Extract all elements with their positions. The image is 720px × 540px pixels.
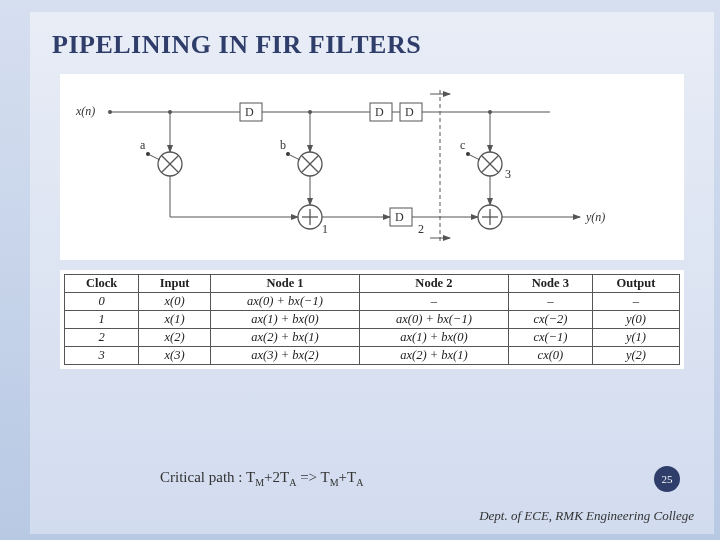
- table-cell: cx(−2): [508, 311, 592, 329]
- table-cell: x(1): [139, 311, 211, 329]
- table-cell: cx(0): [508, 347, 592, 365]
- critical-path-text: Critical path : TM+2TA => TM+TA: [160, 469, 363, 488]
- table-row: 0x(0)ax(0) + bx(−1)–––: [65, 293, 680, 311]
- svg-line-23: [288, 154, 300, 160]
- timing-table-panel: ClockInputNode 1Node 2Node 3Output 0x(0)…: [60, 270, 684, 369]
- svg-point-6: [168, 110, 172, 114]
- table-header: Node 2: [359, 275, 508, 293]
- table-header: Node 3: [508, 275, 592, 293]
- timing-table: ClockInputNode 1Node 2Node 3Output 0x(0)…: [64, 274, 680, 365]
- table-row: 1x(1)ax(1) + bx(0)ax(0) + bx(−1)cx(−2)y(…: [65, 311, 680, 329]
- delay-dpipe: D: [395, 210, 404, 225]
- table-header: Output: [592, 275, 679, 293]
- output-label: y(n): [586, 210, 605, 225]
- table-header: Node 1: [211, 275, 360, 293]
- table-cell: –: [592, 293, 679, 311]
- table-cell: ax(2) + bx(1): [211, 329, 360, 347]
- tap-b: b: [280, 138, 286, 153]
- table-cell: y(2): [592, 347, 679, 365]
- table-cell: x(2): [139, 329, 211, 347]
- delay-d1: D: [245, 105, 254, 120]
- page-number-badge: 25: [654, 466, 680, 492]
- diagram-panel: x(n) D D D D a b c 3 1 2 y(n): [60, 74, 684, 260]
- table-cell: ax(1) + bx(0): [359, 329, 508, 347]
- svg-line-21: [148, 154, 160, 160]
- table-cell: 1: [65, 311, 139, 329]
- table-row: 2x(2)ax(2) + bx(1)ax(1) + bx(0)cx(−1)y(1…: [65, 329, 680, 347]
- table-header: Input: [139, 275, 211, 293]
- svg-line-25: [468, 154, 480, 160]
- table-cell: 2: [65, 329, 139, 347]
- table-cell: y(1): [592, 329, 679, 347]
- table-cell: ax(0) + bx(−1): [211, 293, 360, 311]
- add1-label: 1: [322, 222, 328, 237]
- tap-a: a: [140, 138, 145, 153]
- page-title: PIPELINING IN FIR FILTERS: [30, 12, 714, 60]
- input-label: x(n): [76, 104, 95, 119]
- svg-point-8: [308, 110, 312, 114]
- table-cell: 3: [65, 347, 139, 365]
- table-cell: ax(0) + bx(−1): [359, 311, 508, 329]
- table-row: 3x(3)ax(3) + bx(2)ax(2) + bx(1)cx(0)y(2): [65, 347, 680, 365]
- delay-d2: D: [375, 105, 384, 120]
- add2-label: 2: [418, 222, 424, 237]
- tap-c: c: [460, 138, 465, 153]
- table-cell: –: [359, 293, 508, 311]
- table-cell: y(0): [592, 311, 679, 329]
- mult3-label: 3: [505, 167, 511, 182]
- table-cell: –: [508, 293, 592, 311]
- fir-pipeline-diagram: x(n) D D D D a b c 3 1 2 y(n): [70, 82, 674, 252]
- svg-point-1: [108, 110, 112, 114]
- table-cell: ax(1) + bx(0): [211, 311, 360, 329]
- table-cell: x(0): [139, 293, 211, 311]
- svg-point-10: [488, 110, 492, 114]
- table-cell: x(3): [139, 347, 211, 365]
- table-header: Clock: [65, 275, 139, 293]
- footer-text: Dept. of ECE, RMK Engineering College: [479, 508, 694, 524]
- table-cell: 0: [65, 293, 139, 311]
- table-cell: ax(3) + bx(2): [211, 347, 360, 365]
- delay-d3: D: [405, 105, 414, 120]
- table-cell: ax(2) + bx(1): [359, 347, 508, 365]
- table-cell: cx(−1): [508, 329, 592, 347]
